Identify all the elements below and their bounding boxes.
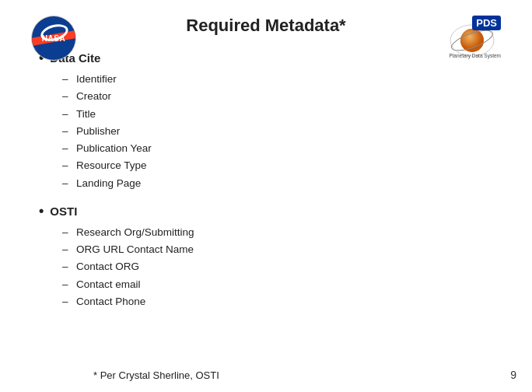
list-item: Identifier [76, 71, 501, 88]
bullet-icon: • [39, 203, 44, 219]
pds-badge: PDS [472, 16, 501, 30]
list-item: Contact Phone [76, 293, 501, 310]
list-item: Title [76, 106, 501, 123]
list-item: ORG URL Contact Name [76, 241, 501, 258]
section-data-cite-title: • Data Cite [39, 50, 501, 66]
footer-note: * Per Crystal Sherline, OSTI [93, 369, 219, 381]
pds-logo: PDS Planetary Data System [446, 16, 501, 58]
list-item: Landing Page [76, 175, 501, 192]
slide: NASA Required Metadata* [0, 0, 532, 392]
nasa-logo: NASA [31, 16, 78, 62]
list-item: Creator [76, 88, 501, 105]
list-item: Contact ORG [76, 258, 501, 275]
section-osti-title: • OSTI [39, 203, 501, 219]
osti-list: Research Org/Submitting ORG URL Contact … [39, 224, 501, 310]
section-data-cite: • Data Cite Identifier Creator Title Pub… [39, 50, 501, 192]
list-item: Contact email [76, 276, 501, 293]
data-cite-list: Identifier Creator Title Publisher Publi… [39, 71, 501, 192]
list-item: Publication Year [76, 140, 501, 157]
page-title: Required Metadata* [186, 16, 345, 36]
header: NASA Required Metadata* [31, 16, 501, 36]
svg-point-2 [460, 29, 484, 52]
list-item: Research Org/Submitting [76, 224, 501, 241]
section-osti: • OSTI Research Org/Submitting ORG URL C… [39, 203, 501, 310]
pds-subtitle: Planetary Data System [450, 53, 501, 58]
main-content: • Data Cite Identifier Creator Title Pub… [31, 50, 501, 310]
osti-label: OSTI [50, 205, 77, 218]
slide-number: 9 [510, 369, 516, 381]
nasa-logo-text: NASA [42, 34, 65, 43]
list-item: Publisher [76, 123, 501, 140]
list-item: Resource Type [76, 157, 501, 174]
